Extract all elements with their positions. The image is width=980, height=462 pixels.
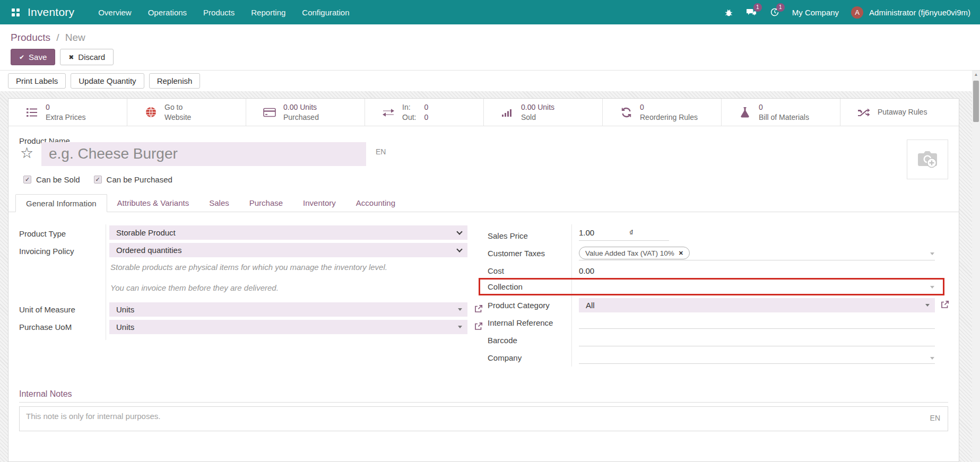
- putaway-rules-button[interactable]: Putaway Rules: [840, 99, 959, 126]
- print-labels-button[interactable]: Print Labels: [8, 73, 66, 89]
- company-field[interactable]: [579, 351, 935, 364]
- menu-configuration[interactable]: Configuration: [302, 8, 349, 17]
- caret-down-icon: [925, 304, 930, 307]
- purchased-button[interactable]: 0.00 Units Purchased: [246, 99, 365, 126]
- uom-external-link-icon[interactable]: [474, 304, 483, 316]
- tab-general-information[interactable]: General Information: [15, 194, 107, 212]
- chevron-down-icon: [456, 246, 462, 252]
- menu-overview[interactable]: Overview: [98, 8, 132, 17]
- navbar-right: 1 1 My Company A Administrator (fj6nyue0…: [724, 6, 970, 19]
- credit-card-icon: [262, 108, 277, 117]
- product-category-label: Product Category: [488, 301, 550, 310]
- main-menu: Overview Operations Products Reporting C…: [98, 8, 349, 17]
- product-name-lang-badge[interactable]: EN: [376, 147, 386, 156]
- tab-accounting[interactable]: Accounting: [346, 194, 405, 212]
- top-navbar: Inventory Overview Operations Products R…: [0, 0, 980, 24]
- caret-down-icon[interactable]: [930, 357, 934, 360]
- app-title[interactable]: Inventory: [28, 6, 74, 19]
- activities-icon[interactable]: 1: [769, 7, 780, 18]
- control-panel: Products / New ✔ Save ✖ Discard: [0, 24, 980, 71]
- internal-notes-placeholder: This note is only for internal purposes.: [20, 407, 948, 425]
- save-button[interactable]: ✔ Save: [11, 49, 55, 65]
- scrollbar-up-arrow[interactable]: ▲: [972, 71, 980, 79]
- caret-down-icon[interactable]: [930, 252, 934, 255]
- forecast-in-out-button[interactable]: In: 0 Out: 0: [365, 99, 484, 126]
- can-be-sold-checkbox[interactable]: ✓ Can be Sold: [23, 175, 80, 184]
- extra-prices-count: 0: [46, 102, 85, 112]
- can-be-purchased-checkbox[interactable]: ✓ Can be Purchased: [94, 175, 172, 184]
- out-count: 0: [424, 112, 428, 122]
- product-name-input[interactable]: e.g. Cheese Burger: [41, 142, 366, 166]
- favorite-star-icon[interactable]: ☆: [20, 144, 33, 162]
- tab-purchase[interactable]: Purchase: [239, 194, 293, 212]
- tab-sales[interactable]: Sales: [199, 194, 239, 212]
- storable-help-text: Storable products are physical items for…: [110, 263, 387, 272]
- remove-tag-icon[interactable]: ✕: [679, 250, 683, 257]
- odoo-inventory-app: Inventory Overview Operations Products R…: [0, 0, 980, 462]
- bug-icon[interactable]: [724, 7, 734, 18]
- purchase-uom-external-link-icon[interactable]: [474, 322, 483, 333]
- caret-down-icon[interactable]: [930, 286, 934, 289]
- form-action-buttons: ✔ Save ✖ Discard: [11, 49, 114, 65]
- messages-icon[interactable]: 1: [747, 7, 757, 18]
- tab-inventory[interactable]: Inventory: [293, 194, 346, 212]
- bom-count: 0: [759, 102, 809, 112]
- internal-notes-textarea[interactable]: This note is only for internal purposes.…: [19, 406, 948, 431]
- camera-add-icon: [915, 149, 940, 170]
- checkbox-check-icon: ✓: [94, 176, 102, 184]
- vat-tax-tag[interactable]: Value Added Tax (VAT) 10% ✕: [579, 247, 690, 259]
- extra-prices-button[interactable]: 0 Extra Prices: [8, 99, 127, 126]
- globe-icon: [143, 107, 158, 118]
- check-icon: ✔: [19, 54, 24, 61]
- breadcrumb-products[interactable]: Products: [11, 32, 50, 43]
- list-icon: [24, 107, 39, 118]
- user-menu[interactable]: Administrator (fj6nyue0vi9m): [869, 8, 970, 17]
- signal-bars-icon: [500, 108, 515, 117]
- apps-menu-icon[interactable]: [12, 8, 20, 16]
- breadcrumb: Products / New: [11, 32, 85, 43]
- sales-price-input[interactable]: 1.00 ₫: [579, 228, 669, 241]
- product-type-select[interactable]: Storable Product: [109, 225, 467, 240]
- transfer-arrows-icon: [381, 108, 396, 117]
- menu-operations[interactable]: Operations: [148, 8, 187, 17]
- replenish-button[interactable]: Replenish: [149, 73, 201, 89]
- product-category-field[interactable]: All: [579, 298, 935, 312]
- notes-lang-badge[interactable]: EN: [930, 414, 940, 422]
- discard-button[interactable]: ✖ Discard: [60, 49, 114, 65]
- menu-products[interactable]: Products: [203, 8, 235, 17]
- update-quantity-button[interactable]: Update Quantity: [71, 73, 144, 89]
- sales-price-label: Sales Price: [488, 231, 528, 240]
- collection-highlight-box: [479, 278, 944, 295]
- reordering-rules-button[interactable]: 0 Reordering Rules: [603, 99, 722, 126]
- product-type-label: Product Type: [19, 229, 66, 238]
- internal-reference-label: Internal Reference: [488, 318, 553, 327]
- form-sheet: 0 Extra Prices Go to Website: [8, 98, 959, 462]
- barcode-input[interactable]: [579, 334, 935, 346]
- company-switcher[interactable]: My Company: [792, 8, 839, 17]
- notebook-tabs: General Information Attributes & Variant…: [8, 194, 959, 212]
- invoicing-policy-select[interactable]: Ordered quantities: [109, 243, 467, 257]
- customer-taxes-label: Customer Taxes: [488, 249, 545, 258]
- cost-input[interactable]: 0.00: [579, 266, 594, 275]
- stat-button-row: 0 Extra Prices Go to Website: [8, 99, 959, 126]
- uom-label: Unit of Measure: [19, 305, 75, 314]
- vertical-scrollbar[interactable]: ▲: [972, 71, 980, 462]
- left-group-separator: [106, 224, 106, 340]
- sold-button[interactable]: 0.00 Units Sold: [484, 99, 603, 126]
- product-category-external-link-icon[interactable]: [940, 300, 949, 311]
- cost-label: Cost: [488, 266, 504, 275]
- sold-units: 0.00 Units: [521, 102, 554, 112]
- scrollbar-thumb[interactable]: [973, 81, 979, 122]
- chevron-down-icon: [456, 229, 462, 234]
- tab-attributes-variants[interactable]: Attributes & Variants: [107, 194, 200, 212]
- invoicing-policy-label: Invoicing Policy: [19, 247, 74, 256]
- bill-of-materials-button[interactable]: 0 Bill of Materials: [722, 99, 840, 126]
- internal-notes-divider: [19, 402, 948, 403]
- menu-reporting[interactable]: Reporting: [251, 8, 285, 17]
- avatar[interactable]: A: [851, 6, 863, 19]
- purchase-uom-field[interactable]: Units: [109, 320, 467, 334]
- uom-field[interactable]: Units: [109, 302, 467, 317]
- product-image-upload[interactable]: [907, 140, 948, 179]
- internal-reference-input[interactable]: [579, 316, 935, 329]
- go-to-website-button[interactable]: Go to Website: [127, 99, 246, 126]
